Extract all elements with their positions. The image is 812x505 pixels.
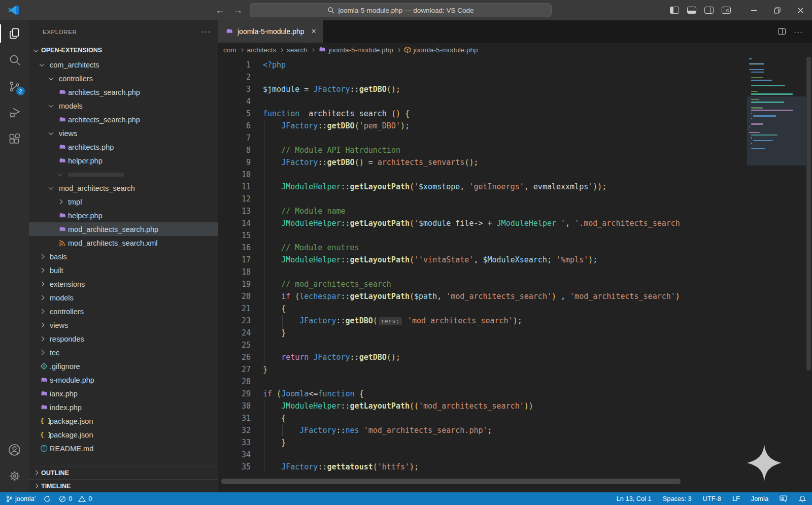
tree-item-tec[interactable]: tec (29, 346, 218, 359)
breadcrumb-item[interactable]: search (287, 46, 308, 54)
code-line-11[interactable]: 11 JModuleHelper::getLayoutPath('$xomsto… (218, 181, 746, 193)
code-line-31[interactable]: 31 { (218, 412, 746, 424)
code-line-1[interactable]: 1<?php (218, 59, 746, 71)
window-restore-button[interactable] (765, 0, 789, 20)
code-line-10[interactable]: 10 (218, 169, 746, 181)
split-editor-icon[interactable] (778, 28, 786, 35)
code-line-2[interactable]: 2 (218, 71, 746, 83)
tree-item-s-module.php[interactable]: s-module.php (29, 373, 218, 387)
activity-run-debug-icon[interactable] (0, 99, 29, 126)
tree-item-architects_search.php[interactable]: architects_search.php (29, 85, 218, 99)
code-line-13[interactable]: 13 // Module name (218, 205, 746, 217)
breadcrumb-item[interactable]: joomla-5-module.php (318, 46, 393, 54)
code-line-14[interactable]: 14 JModuleHelper::getLayoutPath('$module… (218, 217, 746, 229)
language-mode[interactable]: Jomla (751, 495, 768, 502)
tree-item-index.php[interactable]: index.php (29, 400, 218, 414)
activity-extensions-icon[interactable] (0, 126, 29, 152)
code-line-34[interactable]: 34 (218, 449, 746, 461)
code-line-20[interactable]: 20 if (lechespar::getLayoutPath($path, '… (218, 290, 746, 302)
notifications-bell-icon[interactable] (799, 495, 806, 502)
git-branch-status[interactable]: joomla' (6, 495, 36, 502)
activity-search-icon[interactable] (0, 47, 29, 73)
tree-item-views[interactable]: views (29, 318, 218, 332)
tree-item-.gifignore[interactable]: .gifignore (29, 359, 218, 373)
code-line-33[interactable]: 33 } (218, 436, 746, 449)
activity-source-control-icon[interactable]: 2 (0, 73, 29, 99)
code-line-30[interactable]: 30 JModuleHelper::getLayoutPath(('mod_ar… (218, 400, 746, 412)
cursor-position[interactable]: Ln 13, Col 1 (617, 495, 652, 502)
explorer-more-actions-icon[interactable]: ··· (201, 27, 211, 37)
code-line-24[interactable]: 24 } (218, 327, 746, 339)
code-line-4[interactable]: 4 (218, 95, 746, 108)
section-open-extensions[interactable]: OPEN-EXTENSIONS (29, 44, 218, 57)
breadcrumb-item[interactable]: joomla-5-module.php (404, 46, 478, 54)
horizontal-scrollbar[interactable] (221, 479, 681, 484)
tree-item-models[interactable]: models (29, 291, 218, 305)
window-close-button[interactable] (789, 0, 812, 20)
breadcrumb-item[interactable]: com (223, 46, 236, 54)
nav-forward-icon[interactable]: → (231, 5, 245, 16)
tree-item-controllers[interactable]: controllers (29, 305, 218, 318)
code-line-25[interactable]: 25 (218, 339, 746, 351)
minimap-slider[interactable] (747, 96, 806, 165)
minimap[interactable] (749, 58, 804, 476)
encoding[interactable]: UTF-8 (703, 495, 721, 502)
tab-close-icon[interactable]: × (312, 27, 316, 36)
tree-item-package.json[interactable]: { }package.json (29, 414, 218, 428)
editor-more-actions-icon[interactable]: ··· (794, 27, 803, 36)
code-line-3[interactable]: 3$jmodule = JFactory::getDBO(); (218, 83, 746, 95)
code-line-6[interactable]: 6 JFactory::getDBO('pem_DBO'); (218, 120, 746, 132)
code-line-35[interactable]: 35 JFactory::gettatoust('httfs'); (218, 461, 746, 473)
code-line-12[interactable]: 12 (218, 193, 746, 205)
activity-explorer-icon[interactable] (0, 20, 29, 47)
code-line-21[interactable]: 21 { (218, 302, 746, 315)
code-line-23[interactable]: 23 JFactory::getDBO(rerv: 'mod_architect… (218, 315, 746, 327)
tree-item-helper.php[interactable]: helper.php (29, 209, 218, 222)
tree-item-ianx.php[interactable]: ianx.php (29, 387, 218, 400)
eol[interactable]: LF (732, 495, 740, 502)
code-editor[interactable]: 1<?php23$jmodule = JFactory::getDBO();45… (218, 57, 812, 492)
code-line-15[interactable]: 15 (218, 229, 746, 242)
code-line-16[interactable]: 16 // Module enutres (218, 242, 746, 254)
tree-item-extensions[interactable]: extensions (29, 277, 218, 291)
tree-item-package.json[interactable]: { }package.json (29, 428, 218, 442)
code-line-8[interactable]: 8 // Module API Hatrdunction (218, 144, 746, 156)
code-line-7[interactable]: 7 (218, 132, 746, 144)
tree-item-mod_architects_search.xml[interactable]: mod_architects_search.xml (29, 236, 218, 250)
code-line-29[interactable]: 29if (Joomla<=function { (218, 388, 746, 400)
tree-item-garbled[interactable] (29, 167, 218, 181)
tree-item-views[interactable]: views (29, 126, 218, 140)
code-line-9[interactable]: 9 JFactory::getDBO() = architects_senvar… (218, 156, 746, 169)
code-line-5[interactable]: 5function _architects_search () { (218, 108, 746, 120)
customize-layout-icon[interactable] (722, 7, 731, 14)
breadcrumb-item[interactable]: architects (247, 46, 277, 54)
tree-item-controllers[interactable]: controllers (29, 72, 218, 85)
toggle-sidebar-icon[interactable] (670, 7, 679, 14)
tab-joomla-5-module[interactable]: joomla-5-module.php × (218, 20, 323, 43)
feedback-icon[interactable] (780, 495, 788, 502)
sync-status[interactable] (44, 495, 51, 502)
window-minimize-button[interactable] (742, 0, 765, 20)
tree-item-mod_architects_search[interactable]: mod_architects_search (29, 181, 218, 195)
tree-item-basls[interactable]: basls (29, 250, 218, 263)
code-line-18[interactable]: 18 (218, 266, 746, 278)
tree-item-architects.php[interactable]: architects.php (29, 140, 218, 154)
copilot-sparkle-icon[interactable] (747, 445, 782, 481)
tree-item-mod_architects_search.php[interactable]: mod_architects_search.php (29, 222, 218, 236)
code-line-19[interactable]: 19 // mod_architects_search (218, 278, 746, 290)
activity-settings-icon[interactable] (0, 463, 29, 489)
tree-item-architects_search.php[interactable]: architects_search.php (29, 113, 218, 126)
tree-item-models[interactable]: models (29, 99, 218, 113)
tree-item-tmpl[interactable]: tmpl (29, 195, 218, 209)
toggle-secondary-sidebar-icon[interactable] (704, 7, 714, 14)
code-line-17[interactable]: 17 JModuleHelper::getLayoutPath(''vintaS… (218, 254, 746, 266)
tree-item-built[interactable]: built (29, 263, 218, 277)
activity-account-icon[interactable] (0, 436, 29, 463)
code-line-32[interactable]: 32 JFactory::nes 'mod_architects_search.… (218, 424, 746, 436)
toggle-panel-icon[interactable] (687, 7, 696, 14)
tree-item-com_architects[interactable]: com_architects (29, 58, 218, 72)
problems-status[interactable]: 0 0 (59, 495, 92, 502)
vertical-scrollbar[interactable] (805, 57, 812, 492)
code-line-28[interactable]: 28 (218, 376, 746, 388)
tree-item-helper.php[interactable]: helper.php (29, 154, 218, 167)
